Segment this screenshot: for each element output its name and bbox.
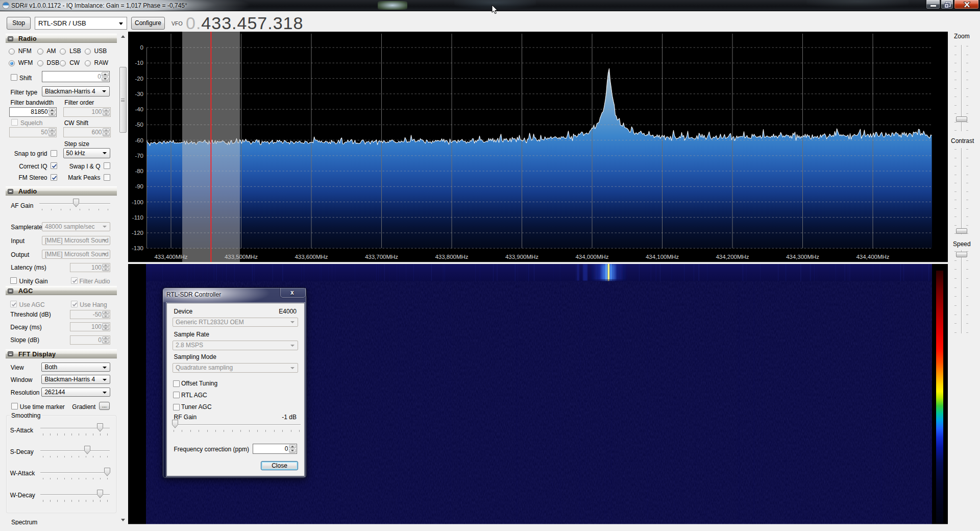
svg-text:-50: -50 bbox=[135, 122, 143, 128]
svg-text:433,900MHz: 433,900MHz bbox=[505, 254, 538, 260]
svg-text:-80: -80 bbox=[135, 168, 143, 174]
svg-text:-110: -110 bbox=[132, 214, 143, 221]
svg-text:-100: -100 bbox=[132, 199, 143, 205]
svg-text:-20: -20 bbox=[135, 76, 143, 82]
svg-text:433,800MHz: 433,800MHz bbox=[435, 254, 468, 260]
svg-text:434,300MHz: 434,300MHz bbox=[786, 254, 819, 260]
svg-text:433,700MHz: 433,700MHz bbox=[365, 254, 398, 260]
svg-text:-120: -120 bbox=[132, 230, 143, 236]
svg-text:434,400MHz: 434,400MHz bbox=[856, 254, 889, 260]
svg-text:434,200MHz: 434,200MHz bbox=[716, 254, 749, 260]
svg-text:-60: -60 bbox=[135, 137, 143, 143]
svg-text:434,100MHz: 434,100MHz bbox=[646, 254, 679, 260]
svg-text:434,000MHz: 434,000MHz bbox=[575, 254, 608, 260]
svg-text:0: 0 bbox=[140, 44, 143, 51]
svg-text:-90: -90 bbox=[135, 183, 143, 189]
svg-text:433,600MHz: 433,600MHz bbox=[295, 254, 328, 260]
svg-text:-70: -70 bbox=[135, 153, 143, 159]
svg-text:-30: -30 bbox=[135, 91, 143, 97]
svg-text:-40: -40 bbox=[135, 106, 143, 112]
svg-text:-10: -10 bbox=[135, 60, 143, 66]
svg-text:-130: -130 bbox=[132, 245, 143, 251]
